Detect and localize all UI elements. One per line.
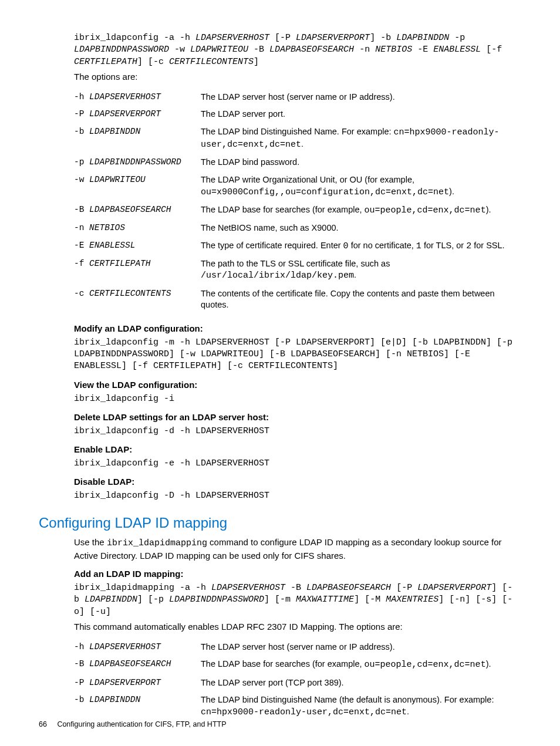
code-arg: LDAPBINDDNPASSWORD [169,595,264,605]
heading-add: Add an LDAP ID mapping: [74,568,515,580]
option-desc-cell: The LDAP base for searches (for example,… [201,201,515,220]
heading-delete: Delete LDAP settings for an LDAP server … [74,411,515,423]
heading-enable: Enable LDAP: [74,443,515,455]
option-desc-cell: The contents of the certificate file. Co… [201,285,515,314]
option-flag-cell: -B LDAPBASEOFSEARCH [74,201,201,220]
heading-view: View the LDAP configuration: [74,379,515,391]
code-text: ibrix_ldapidmapping -a -h [74,583,211,593]
code-text: [-P [391,583,417,593]
options-intro: The options are: [74,70,515,83]
cmd-disable: ibrix_ldapconfig -D -h LDAPSERVERHOST [74,490,515,502]
table-row: -f CERTFILEPATHThe path to the TLS or SS… [74,255,515,285]
code-text: -p [449,33,465,43]
code-text: ] [-m [264,595,296,605]
option-desc-cell: The LDAP write Organizational Unit, or O… [201,171,515,201]
option-desc-cell: The LDAP server port. [201,106,515,123]
table-row: -w LDAPWRITEOUThe LDAP write Organizatio… [74,171,515,201]
option-desc-cell: The LDAP server port (TCP port 389). [201,674,515,692]
code-text: -B [285,583,306,593]
table-row: -h LDAPSERVERHOSTThe LDAP server host (s… [74,639,515,656]
options-table-2: -h LDAPSERVERHOSTThe LDAP server host (s… [74,639,515,721]
cmd-view: ibrix_ldapconfig -i [74,393,515,405]
option-flag-cell: -P LDAPSERVERPORT [74,106,201,123]
code-arg: LDAPBINDDNPASSWORD [74,45,169,55]
code-text: ] [-M [354,595,386,605]
option-flag-cell: -b LDAPBINDDN [74,691,201,721]
option-desc-cell: The NetBIOS name, such as X9000. [201,220,515,237]
code-text: [-f [481,45,502,55]
cmd-modify: ibrix_ldapconfig -m -h LDAPSERVERHOST [-… [74,337,515,373]
table-row: -b LDAPBINDDNThe LDAP bind Distinguished… [74,123,515,154]
footer-title: Configuring authentication for CIFS, FTP… [57,720,226,728]
option-flag-cell: -p LDAPBINDDNPASSWORD [74,154,201,171]
page-number: 66 [39,720,47,728]
table-row: -B LDAPBASEOFSEARCHThe LDAP base for sea… [74,201,515,220]
table-row: -P LDAPSERVERPORTThe LDAP server port (T… [74,674,515,692]
heading-modify: Modify an LDAP configuration: [74,322,515,335]
code-arg: LDAPSERVERHOST [195,33,269,43]
code-text: -w [169,45,190,55]
option-flag-cell: -n NETBIOS [74,220,201,237]
code-text: -E [412,45,433,55]
cmd-enable: ibrix_ldapconfig -e -h LDAPSERVERHOST [74,458,515,470]
code-arg: LDAPBINDDN [396,33,449,43]
text: Use the [74,537,107,547]
option-flag-cell: -E ENABLESSL [74,237,201,255]
table-row: -c CERTFILECONTENTSThe contents of the c… [74,285,515,314]
option-flag-cell: -f CERTFILEPATH [74,255,201,285]
table-row: -P LDAPSERVERPORTThe LDAP server port. [74,106,515,123]
table-row: -b LDAPBINDDNThe LDAP bind Distinguished… [74,691,515,721]
option-flag-cell: -h LDAPSERVERHOST [74,639,201,656]
code-text: -B [248,45,269,55]
cmd-delete: ibrix_ldapconfig -d -h LDAPSERVERHOST [74,426,515,437]
option-desc-cell: The LDAP bind Distinguished Name (the de… [201,691,515,721]
code-arg: LDAPSERVERPORT [417,583,491,593]
option-flag-cell: -P LDAPSERVERPORT [74,674,201,692]
table-row: -p LDAPBINDDNPASSWORDThe LDAP bind passw… [74,154,515,171]
table-row: -n NETBIOSThe NetBIOS name, such as X900… [74,220,515,237]
code-arg: NETBIOS [375,45,412,55]
options-table-1: -h LDAPSERVERHOSTThe LDAP server host (s… [74,89,515,314]
syntax-add-ldap: ibrix_ldapconfig -a -h LDAPSERVERHOST [-… [74,32,515,68]
option-desc-cell: The LDAP server host (server name or IP … [201,89,515,106]
option-desc-cell: The LDAP bind Distinguished Name. For ex… [201,123,515,154]
heading-disable: Disable LDAP: [74,475,515,488]
code-text: ] [-c [137,57,169,67]
option-flag-cell: -w LDAPWRITEOU [74,171,201,201]
option-desc-cell: The LDAP base for searches (for example,… [201,656,515,674]
code-arg: LDAPBASEOFSEARCH [269,45,354,55]
code-arg: CERTFILEPATH [74,57,137,67]
inline-code: ibrix_ldapidmapping [107,538,207,548]
page-footer: 66 Configuring authentication for CIFS, … [39,720,227,730]
code-arg: CERTFILECONTENTS [169,57,254,67]
code-arg: MAXWAITTIME [296,595,354,605]
section-heading: Configuring LDAP ID mapping [39,513,515,533]
code-text: ] -b [370,33,396,43]
option-flag-cell: -B LDAPBASEOFSEARCH [74,656,201,674]
option-desc-cell: The LDAP server host (server name or IP … [201,639,515,656]
code-arg: ENABLESSL [433,45,481,55]
section-intro: Use the ibrix_ldapidmapping command to c… [74,536,515,562]
table-row: -h LDAPSERVERHOSTThe LDAP server host (s… [74,89,515,106]
code-arg: LDAPWRITEOU [190,45,248,55]
table-row: -B LDAPBASEOFSEARCHThe LDAP base for sea… [74,656,515,674]
code-text: [-P [269,33,296,43]
code-text: -n [354,45,375,55]
option-flag-cell: -h LDAPSERVERHOST [74,89,201,106]
option-flag-cell: -b LDAPBINDDN [74,123,201,154]
code-arg: LDAPBINDDN [85,595,137,605]
option-desc-cell: The LDAP bind password. [201,154,515,171]
table-row: -E ENABLESSLThe type of certificate requ… [74,237,515,255]
code-text: ibrix_ldapconfig -a -h [74,33,195,43]
code-arg: LDAPBASEOFSEARCH [306,583,391,593]
syntax-add-idmapping: ibrix_ldapidmapping -a -h LDAPSERVERHOST… [74,582,515,618]
code-text: ] [254,57,259,67]
code-arg: LDAPSERVERPORT [296,33,370,43]
option-desc-cell: The type of certificate required. Enter … [201,237,515,255]
code-arg: MAXENTRIES [386,595,438,605]
option-flag-cell: -c CERTFILECONTENTS [74,285,201,314]
code-text: ] [-p [137,595,169,605]
add-note: This command automatically enables LDAP … [74,620,515,633]
option-desc-cell: The path to the TLS or SSL certificate f… [201,255,515,285]
code-arg: LDAPSERVERHOST [211,583,285,593]
